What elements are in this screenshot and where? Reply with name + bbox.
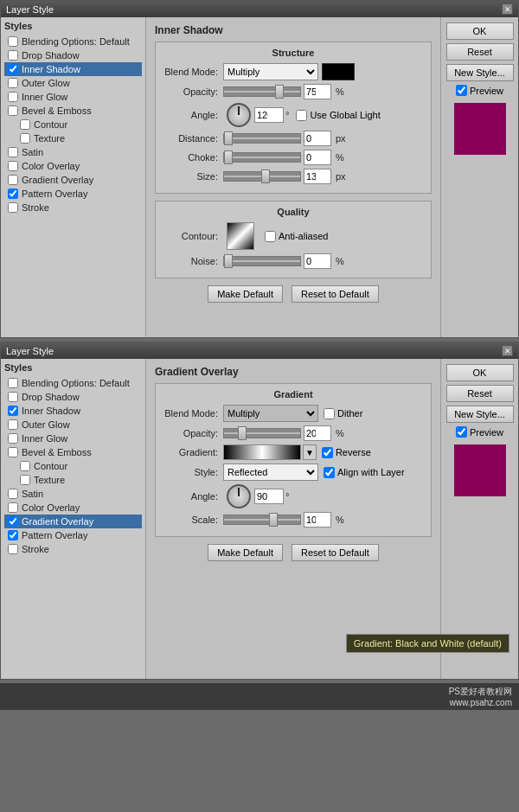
sidebar-item-pattern-overlay[interactable]: Pattern Overlay: [4, 187, 142, 201]
blend-color-swatch[interactable]: [322, 63, 355, 80]
size-input[interactable]: [304, 169, 331, 184]
opacity-input[interactable]: [304, 84, 331, 99]
panel2-ok-button[interactable]: OK: [446, 364, 514, 381]
panel2-right: OK Reset New Style... Preview: [440, 359, 518, 679]
p2-inner-shadow-checkbox[interactable]: [8, 406, 18, 416]
p2-sidebar-item-color-overlay[interactable]: Color Overlay: [4, 501, 142, 515]
sidebar-item-drop-shadow[interactable]: Drop Shadow: [4, 48, 142, 62]
blending-options-checkbox[interactable]: [8, 36, 18, 47]
p2-reset-default-button[interactable]: Reset to Default: [292, 544, 379, 561]
p2-contour-checkbox[interactable]: [20, 461, 30, 471]
sidebar-item-gradient-overlay[interactable]: Gradient Overlay: [4, 173, 142, 187]
texture-checkbox[interactable]: [20, 133, 30, 144]
reset-default-button[interactable]: Reset to Default: [292, 285, 379, 303]
p2-sidebar-item-pattern-overlay[interactable]: Pattern Overlay: [4, 528, 142, 542]
p2-opacity-slider[interactable]: [223, 428, 301, 438]
blend-mode-select[interactable]: Multiply Normal Screen: [223, 63, 318, 80]
sidebar-item-bevel-emboss[interactable]: Bevel & Emboss: [4, 104, 142, 118]
p2-angle-dial[interactable]: [227, 484, 251, 508]
opacity-row: Opacity: %: [163, 84, 424, 99]
angle-dial[interactable]: [227, 103, 251, 127]
p2-scale-input[interactable]: [304, 512, 331, 527]
p2-angle-input[interactable]: [254, 489, 284, 504]
p2-sidebar-item-blending[interactable]: Blending Options: Default: [4, 376, 142, 390]
panel2-close-button[interactable]: ✕: [502, 345, 513, 356]
gradient-overlay-checkbox[interactable]: [8, 175, 18, 185]
panel1-new-style-button[interactable]: New Style...: [446, 64, 514, 81]
size-slider[interactable]: [223, 171, 301, 182]
align-with-layer-checkbox[interactable]: [324, 467, 335, 478]
noise-input[interactable]: [304, 253, 331, 269]
p2-sidebar-item-inner-shadow[interactable]: Inner Shadow: [4, 404, 142, 418]
p2-stroke-checkbox[interactable]: [8, 544, 18, 554]
p2-satin-checkbox[interactable]: [8, 489, 18, 499]
p2-opacity-input[interactable]: [304, 425, 331, 441]
bevel-emboss-checkbox[interactable]: [8, 105, 18, 116]
global-light-checkbox[interactable]: [296, 110, 307, 121]
p2-sidebar-item-drop-shadow[interactable]: Drop Shadow: [4, 390, 142, 404]
pattern-overlay-checkbox[interactable]: [8, 189, 18, 199]
distance-slider[interactable]: [223, 133, 301, 144]
panel1-reset-button[interactable]: Reset: [446, 43, 514, 61]
p2-texture-checkbox[interactable]: [20, 475, 30, 485]
inner-glow-checkbox[interactable]: [8, 92, 18, 102]
angle-input[interactable]: [254, 107, 284, 123]
p2-bevel-emboss-checkbox[interactable]: [8, 447, 18, 457]
p2-sidebar-item-satin[interactable]: Satin: [4, 487, 142, 501]
panel2-preview-checkbox[interactable]: [456, 426, 467, 438]
sidebar-item-texture[interactable]: Texture: [4, 131, 142, 145]
distance-input[interactable]: [304, 131, 331, 146]
p2-sidebar-item-stroke[interactable]: Stroke: [4, 542, 142, 556]
sidebar-item-contour[interactable]: Contour: [4, 118, 142, 131]
p2-sidebar-item-gradient-overlay[interactable]: Gradient Overlay: [4, 515, 142, 528]
sidebar-item-outer-glow[interactable]: Outer Glow: [4, 76, 142, 90]
p2-inner-glow-checkbox[interactable]: [8, 433, 18, 444]
drop-shadow-checkbox[interactable]: [8, 50, 18, 61]
sidebar-item-inner-shadow[interactable]: Inner Shadow: [4, 62, 142, 76]
p2-sidebar-item-outer-glow[interactable]: Outer Glow: [4, 418, 142, 432]
inner-shadow-checkbox[interactable]: [8, 64, 18, 74]
gradient-bar[interactable]: [223, 444, 301, 460]
p2-sidebar-item-inner-glow[interactable]: Inner Glow: [4, 432, 142, 445]
contour-preview[interactable]: [227, 222, 254, 250]
opacity-slider[interactable]: [223, 86, 301, 97]
reverse-checkbox[interactable]: [322, 447, 333, 458]
dither-checkbox[interactable]: [324, 408, 335, 419]
choke-row: Choke: %: [163, 150, 424, 165]
p2-gradient-overlay-checkbox[interactable]: [8, 516, 18, 527]
p2-sidebar-item-bevel-emboss[interactable]: Bevel & Emboss: [4, 445, 142, 459]
p2-drop-shadow-checkbox[interactable]: [8, 392, 18, 402]
distance-row: Distance: px: [163, 131, 424, 146]
choke-input[interactable]: [304, 150, 331, 165]
p2-scale-slider[interactable]: [223, 515, 301, 525]
outer-glow-checkbox[interactable]: [8, 78, 18, 88]
sidebar-item-color-overlay[interactable]: Color Overlay: [4, 159, 142, 173]
panel2-new-style-button[interactable]: New Style...: [446, 406, 514, 423]
choke-slider[interactable]: [223, 152, 301, 163]
gradient-dropdown-button[interactable]: ▼: [303, 444, 317, 460]
p2-make-default-button[interactable]: Make Default: [208, 544, 283, 561]
p2-style-select[interactable]: Reflected Linear Radial Angle Diamond: [223, 464, 318, 481]
sidebar-item-inner-glow[interactable]: Inner Glow: [4, 90, 142, 104]
satin-checkbox[interactable]: [8, 147, 18, 157]
p2-sidebar-item-contour[interactable]: Contour: [4, 459, 142, 473]
panel2-reset-button[interactable]: Reset: [446, 385, 514, 402]
noise-slider[interactable]: [223, 256, 301, 266]
stroke-checkbox[interactable]: [8, 202, 18, 213]
p2-blending-checkbox[interactable]: [8, 378, 18, 388]
anti-aliased-checkbox[interactable]: [265, 231, 276, 242]
panel1-close-button[interactable]: ✕: [502, 3, 513, 15]
color-overlay-checkbox[interactable]: [8, 161, 18, 171]
panel1-preview-checkbox[interactable]: [456, 85, 467, 96]
sidebar-item-stroke[interactable]: Stroke: [4, 201, 142, 214]
sidebar-item-blending-options[interactable]: Blending Options: Default: [4, 35, 142, 48]
p2-blend-mode-select[interactable]: Multiply Normal: [223, 405, 318, 422]
contour-checkbox[interactable]: [20, 119, 30, 130]
p2-pattern-overlay-checkbox[interactable]: [8, 530, 18, 540]
p2-sidebar-item-texture[interactable]: Texture: [4, 473, 142, 487]
p2-color-overlay-checkbox[interactable]: [8, 502, 18, 513]
make-default-button[interactable]: Make Default: [208, 285, 283, 303]
p2-outer-glow-checkbox[interactable]: [8, 419, 18, 430]
sidebar-item-satin[interactable]: Satin: [4, 145, 142, 159]
panel1-ok-button[interactable]: OK: [446, 22, 514, 40]
